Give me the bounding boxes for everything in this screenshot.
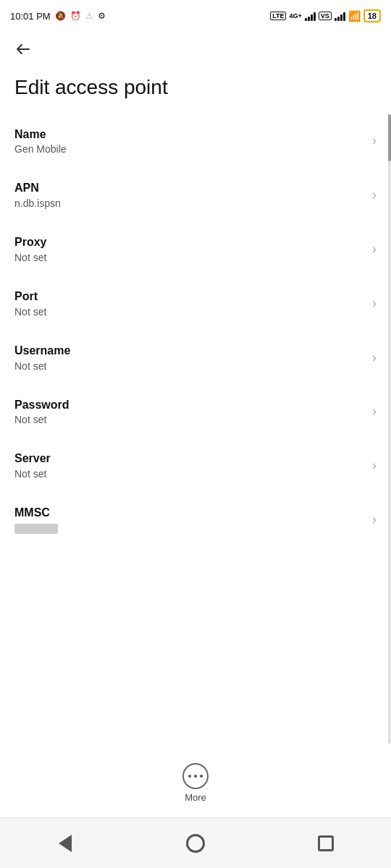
status-time: 10:01 PM 🔕 ⏰ ⚠ ⚙ (10, 11, 106, 22)
more-section: More (0, 756, 391, 810)
username-value: Not set (14, 360, 366, 372)
password-value: Not set (14, 414, 366, 425)
mmsc-field-text: MMSC (14, 506, 366, 534)
proxy-value: Not set (14, 252, 366, 263)
proxy-label: Proxy (14, 235, 366, 250)
chevron-icon-name: › (372, 133, 377, 148)
home-circle-icon (186, 834, 205, 853)
settings-list: Name Gen Mobile › APN n.db.ispsn › Proxy… (0, 114, 391, 540)
back-triangle-icon (59, 835, 72, 852)
wifi-icon: 📶 (348, 10, 361, 22)
mmsc-field-item[interactable]: MMSC › (14, 493, 377, 540)
status-right: LTE 4G+ VS 📶 18 (270, 9, 381, 22)
apn-label: APN (14, 181, 366, 196)
back-navigation (0, 29, 391, 67)
chevron-icon-password: › (372, 404, 377, 419)
signal-bars-1 (305, 11, 316, 21)
nav-recent-button[interactable] (304, 825, 348, 861)
time-text: 10:01 PM (10, 11, 51, 22)
back-button[interactable] (12, 38, 35, 61)
more-label: More (185, 792, 206, 803)
more-dot-1 (188, 775, 191, 778)
apn-field-text: APN n.db.ispsn (14, 181, 366, 209)
name-field-text: Name Gen Mobile (14, 127, 366, 156)
proxy-field-text: Proxy Not set (14, 235, 366, 263)
recent-square-icon (318, 835, 334, 851)
more-dot-2 (194, 775, 197, 778)
server-field-item[interactable]: Server Not set › (14, 438, 377, 493)
page-title: Edit access point (0, 67, 391, 114)
signal-bars-2 (335, 11, 345, 21)
server-field-text: Server Not set (14, 451, 366, 480)
status-bar: 10:01 PM 🔕 ⏰ ⚠ ⚙ LTE 4G+ VS 📶 18 (0, 0, 391, 29)
username-label: Username (14, 344, 366, 359)
nav-back-button[interactable] (43, 825, 87, 861)
apn-value: n.db.ispsn (14, 197, 366, 209)
alarm-icon: ⏰ (70, 11, 81, 21)
name-label: Name (14, 127, 366, 142)
username-field-text: Username Not set (14, 344, 366, 372)
lte-badge-1: LTE (270, 12, 286, 20)
settings-scroll-area: Name Gen Mobile › APN n.db.ispsn › Proxy… (0, 114, 391, 744)
port-value: Not set (14, 306, 366, 318)
password-label: Password (14, 398, 366, 413)
lte-badge-2: VS (319, 12, 332, 20)
chevron-icon-proxy: › (372, 242, 377, 257)
proxy-field-item[interactable]: Proxy Not set › (14, 222, 377, 276)
password-field-text: Password Not set (14, 398, 366, 426)
chevron-icon-server: › (372, 458, 377, 473)
mmsc-label: MMSC (14, 506, 366, 521)
port-field-item[interactable]: Port Not set › (14, 276, 377, 331)
chevron-icon-apn: › (372, 187, 377, 203)
apn-field-item[interactable]: APN n.db.ispsn › (14, 168, 377, 222)
settings-icon: ⚙ (98, 11, 106, 21)
chevron-icon-mmsc: › (372, 512, 377, 527)
scrollbar-thumb (388, 114, 391, 161)
nav-home-button[interactable] (174, 825, 217, 861)
battery-indicator: 18 (363, 9, 381, 22)
network-4g: 4G+ (289, 12, 301, 20)
port-field-text: Port Not set (14, 289, 366, 318)
scrollbar-track (388, 114, 391, 744)
mmsc-value (14, 524, 58, 534)
server-label: Server (14, 451, 366, 467)
more-icon (182, 763, 209, 789)
server-value: Not set (14, 468, 366, 480)
chevron-icon-port: › (372, 296, 377, 311)
name-value: Gen Mobile (14, 143, 366, 155)
username-field-item[interactable]: Username Not set › (14, 331, 377, 385)
mute-icon: 🔕 (55, 11, 66, 21)
more-dot-3 (200, 775, 203, 778)
name-field-item[interactable]: Name Gen Mobile › (14, 114, 377, 169)
chevron-icon-username: › (372, 350, 377, 365)
warning-icon: ⚠ (85, 11, 93, 21)
port-label: Port (14, 289, 366, 305)
back-arrow-icon (14, 41, 32, 58)
password-field-item[interactable]: Password Not set › (14, 385, 377, 439)
more-button[interactable]: More (182, 763, 209, 803)
navigation-bar (0, 817, 391, 868)
